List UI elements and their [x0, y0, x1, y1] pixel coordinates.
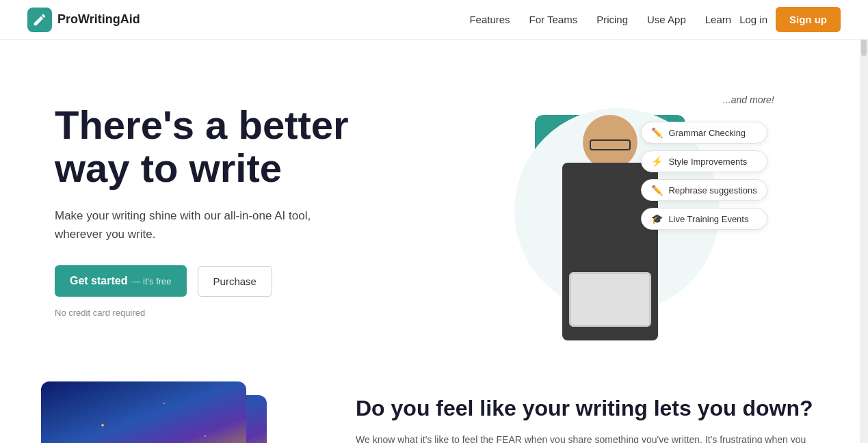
pill-style-label: Style Improvements [668, 157, 747, 167]
swirl-bg-front [41, 381, 246, 443]
card-stack: My idea in my head [41, 381, 287, 443]
section-two-text: Do you feel like your writing lets you d… [356, 381, 827, 443]
logo-icon [27, 8, 52, 32]
logo-svg [32, 12, 47, 27]
grammar-icon: ✏️ [651, 127, 663, 138]
hero-cta-group: Get started — it's free Purchase [55, 265, 434, 297]
section-two-title: Do you feel like your writing lets you d… [356, 395, 827, 421]
nav-links: Features For Teams Pricing Use App Learn [469, 14, 731, 26]
section-two-visual: My idea in my head [41, 381, 315, 443]
hero-content: There's a better way to write Make your … [55, 103, 434, 319]
brand-name: ProWritingAid [57, 12, 140, 27]
get-started-label: Get started [70, 275, 127, 287]
its-free-label: — it's free [131, 276, 171, 286]
rephrase-icon: ✏️ [651, 185, 663, 196]
pill-grammar-label: Grammar Checking [668, 128, 746, 138]
hero-title: There's a better way to write [55, 103, 434, 191]
scrollbar[interactable] [860, 0, 868, 443]
pill-grammar: ✏️ Grammar Checking [641, 122, 767, 144]
nav-learn[interactable]: Learn [705, 14, 731, 25]
person-glasses [590, 139, 631, 150]
signup-button[interactable]: Sign up [776, 7, 841, 32]
more-badge: ...and more! [723, 94, 774, 105]
section-two-body: We know what it's like to feel the FEAR … [356, 432, 827, 443]
login-button[interactable]: Log in [731, 8, 776, 31]
brand-logo[interactable]: ProWritingAid [27, 8, 140, 32]
no-credit-text: No credit card required [55, 308, 434, 318]
pill-style: ⚡ Style Improvements [641, 150, 767, 172]
illustration-wrapper: ...and more! ✦ ✏️ Grammar Chec [494, 81, 754, 340]
hero-illustration: ...and more! ✦ ✏️ Grammar Chec [434, 81, 814, 340]
nav-features[interactable]: Features [469, 14, 510, 25]
pill-rephrase: ✏️ Rephrase suggestions [641, 179, 767, 201]
style-icon: ⚡ [651, 156, 663, 167]
get-started-button[interactable]: Get started — it's free [55, 265, 187, 297]
navbar: ProWritingAid Features For Teams Pricing… [0, 0, 868, 40]
hero-section: There's a better way to write Make your … [0, 40, 868, 368]
feature-pills: ✏️ Grammar Checking ⚡ Style Improvements… [641, 122, 767, 230]
laptop [569, 272, 651, 327]
section-two: My idea in my head Do you feel like your… [0, 368, 868, 443]
hero-subtitle: Make your writing shine with our all-in-… [55, 206, 315, 243]
nav-use-app[interactable]: Use App [647, 14, 686, 25]
nav-for-teams[interactable]: For Teams [529, 14, 578, 25]
pill-training-label: Live Training Events [668, 214, 748, 224]
pill-training: 🎓 Live Training Events [641, 208, 767, 230]
card-front: My idea in my head [41, 381, 246, 443]
purchase-button[interactable]: Purchase [198, 266, 272, 297]
nav-pricing[interactable]: Pricing [596, 14, 628, 25]
training-icon: 🎓 [651, 213, 663, 224]
pill-rephrase-label: Rephrase suggestions [668, 185, 757, 196]
